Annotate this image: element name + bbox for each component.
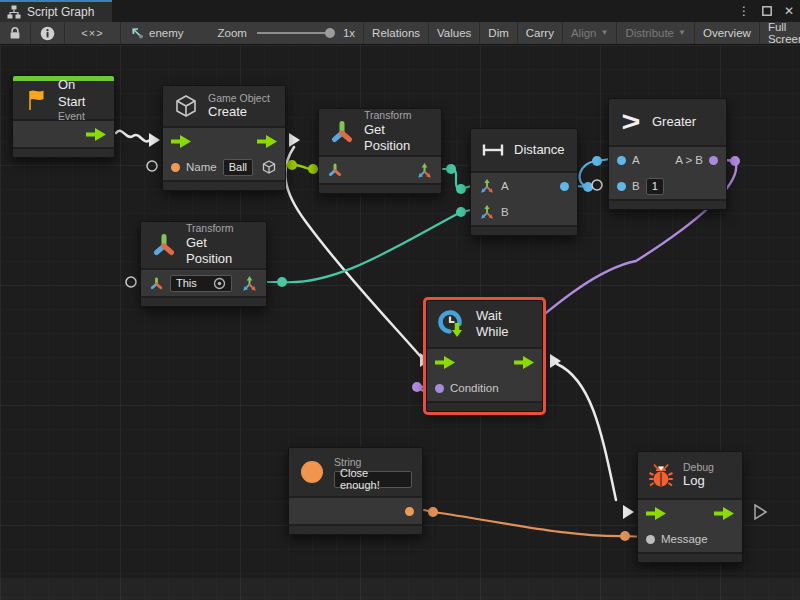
close-icon[interactable]: ✕ xyxy=(784,5,794,17)
node-on-start-event[interactable]: On Start Event xyxy=(12,75,115,158)
window-menu-icon[interactable]: ⋮ xyxy=(738,5,750,17)
node-title: Create xyxy=(208,104,270,120)
tab-script-graph[interactable]: Script Graph xyxy=(0,0,112,22)
transform-in-port[interactable] xyxy=(327,162,343,178)
flow-in-port[interactable] xyxy=(171,135,191,148)
wire-greater-to-waitwhile-condition-endpoint[interactable] xyxy=(412,382,422,392)
node-footer xyxy=(427,403,542,411)
node-title: On Start xyxy=(58,77,104,110)
toolbar-button-carry[interactable]: Carry xyxy=(517,22,562,44)
message-in-port[interactable] xyxy=(646,535,655,544)
port-label: A xyxy=(632,154,640,166)
toolbar-button-relations[interactable]: Relations xyxy=(363,22,428,44)
wire-onstart-to-create[interactable] xyxy=(116,131,150,142)
wire-create-to-getposition-endpoint[interactable] xyxy=(308,164,318,174)
transform-in-port[interactable] xyxy=(149,276,164,291)
maximize-icon[interactable] xyxy=(762,6,772,16)
wire-greater-to-waitwhile-condition-endpoint[interactable] xyxy=(730,156,740,166)
node-header: Transform Get Position xyxy=(319,109,441,155)
flow-out-port[interactable] xyxy=(86,128,106,141)
chevron-down-icon: ▼ xyxy=(601,29,609,37)
wire-waitwhile-to-log[interactable] xyxy=(557,364,616,500)
greater-icon: > xyxy=(617,107,646,138)
node-header: On Start Event xyxy=(13,81,114,119)
zoom-slider[interactable] xyxy=(257,32,333,34)
unconnected-port-indicator[interactable] xyxy=(147,161,157,171)
node-string-literal[interactable]: String Close enough! xyxy=(288,447,423,535)
graph-reference[interactable]: enemy xyxy=(121,22,192,44)
info-icon xyxy=(40,26,55,41)
b-value-field[interactable]: 1 xyxy=(646,178,664,195)
wire-getposition2-to-distance-b-endpoint[interactable] xyxy=(277,277,287,287)
wire-string-to-log-message[interactable] xyxy=(424,510,645,537)
flow-in-port[interactable] xyxy=(435,356,455,369)
node-subtitle: Debug xyxy=(683,461,714,474)
toolbar-button-label: Overview xyxy=(703,27,751,39)
unconnected-port-indicator[interactable] xyxy=(592,180,602,190)
node-distance[interactable]: Distance A xyxy=(470,128,578,236)
port-label: B xyxy=(501,206,509,218)
zoom-label: Zoom xyxy=(218,27,247,39)
toolbar-button-dim[interactable]: Dim xyxy=(479,22,516,44)
toolbar-button-align[interactable]: Align▼ xyxy=(562,22,617,44)
string-icon xyxy=(299,459,325,485)
cube-icon xyxy=(173,93,199,119)
flow-out-port[interactable] xyxy=(257,135,277,148)
node-get-position-1[interactable]: Transform Get Position xyxy=(318,108,442,194)
bool-in-port[interactable] xyxy=(435,384,444,393)
bool-out-port[interactable] xyxy=(709,156,718,165)
gameobject-out-port[interactable] xyxy=(261,159,277,175)
toolbar-button-label: Values xyxy=(437,27,471,39)
name-field[interactable]: Ball xyxy=(223,159,253,176)
float-out-port[interactable] xyxy=(560,182,569,191)
wire-getposition2-to-distance-b[interactable] xyxy=(267,210,471,282)
float-in-port[interactable] xyxy=(617,182,626,191)
wire-create-to-getposition-endpoint[interactable] xyxy=(287,160,297,170)
wire-string-to-log-message-endpoint[interactable] xyxy=(428,507,438,517)
wire-getposition2-to-distance-b-endpoint[interactable] xyxy=(456,207,466,217)
toolbar-button-values[interactable]: Values xyxy=(428,22,479,44)
unconnected-port-indicator[interactable] xyxy=(126,277,136,287)
code-preview-button[interactable]: <×> xyxy=(65,22,121,44)
script-graph-window: Script Graph ⋮ ✕ <×> xyxy=(0,0,800,600)
zoom-slider-knob[interactable] xyxy=(325,28,335,38)
wire-getposition-to-distance-a-endpoint[interactable] xyxy=(446,164,456,174)
vector-out-port[interactable] xyxy=(241,275,258,292)
wire-distance-to-greater-a-endpoint[interactable] xyxy=(592,156,602,166)
graph-canvas[interactable]: On Start Event Gam xyxy=(0,45,800,600)
window-controls: ⋮ ✕ xyxy=(738,0,794,22)
flow-in-port[interactable] xyxy=(646,507,666,520)
port-label: Condition xyxy=(450,382,499,394)
node-get-position-2[interactable]: Transform Get Position This xyxy=(140,221,267,307)
node-footer xyxy=(609,201,726,209)
node-greater[interactable]: > Greater A A > B B 1 xyxy=(608,98,727,210)
node-wait-while[interactable]: Wait While Condition xyxy=(426,300,543,412)
string-in-port[interactable] xyxy=(171,163,180,172)
distance-icon xyxy=(481,141,505,159)
toolbar-button-distribute[interactable]: Distribute▼ xyxy=(616,22,694,44)
node-debug-log[interactable]: Debug Log Message xyxy=(637,451,743,563)
vector-in-port[interactable] xyxy=(479,204,495,220)
node-ports xyxy=(319,155,441,185)
wire-string-to-log-message-endpoint[interactable] xyxy=(620,531,630,541)
flow-out-port[interactable] xyxy=(714,507,734,520)
toolbar-button-overview[interactable]: Overview xyxy=(694,22,759,44)
target-field[interactable]: This xyxy=(170,275,232,292)
float-in-port[interactable] xyxy=(617,156,626,165)
wire-getposition-to-distance-a-endpoint[interactable] xyxy=(456,184,466,194)
lock-button[interactable] xyxy=(0,22,31,44)
string-out-port[interactable] xyxy=(405,507,414,516)
vector-in-port[interactable] xyxy=(479,178,495,194)
string-value-field[interactable]: Close enough! xyxy=(334,471,412,488)
toolbar-buttons: RelationsValuesDimCarryAlign▼Distribute▼… xyxy=(363,22,800,44)
node-create-game-object[interactable]: Game Object Create Name Ball xyxy=(162,85,286,191)
node-footer xyxy=(163,182,285,190)
target-picker-icon[interactable] xyxy=(213,277,226,290)
flow-out-port[interactable] xyxy=(514,356,534,369)
info-button[interactable] xyxy=(31,22,65,44)
tab-bar: Script Graph ⋮ ✕ xyxy=(0,0,800,22)
vector-out-port[interactable] xyxy=(416,162,433,179)
toolbar-button-full-screen[interactable]: Full Screen xyxy=(759,22,800,44)
toolbar-button-label: Carry xyxy=(526,27,554,39)
node-header: String Close enough! xyxy=(289,448,422,496)
